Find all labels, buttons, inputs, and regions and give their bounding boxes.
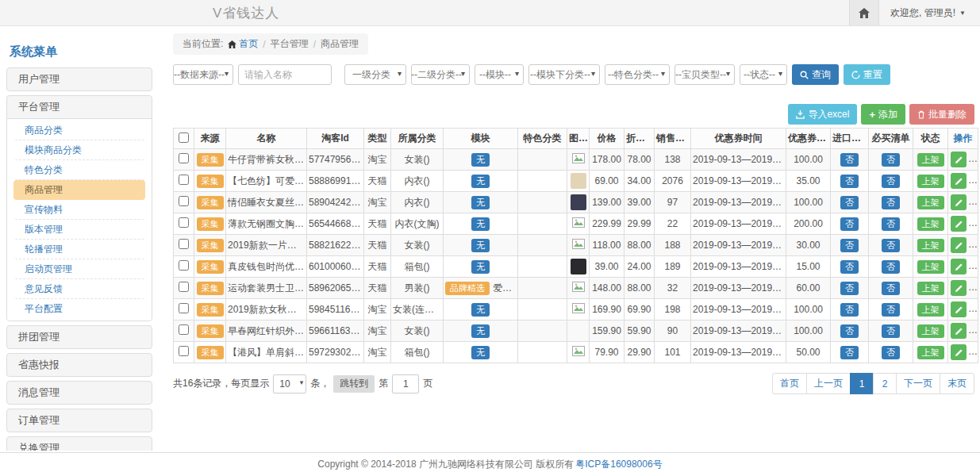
edit-button[interactable] (951, 152, 967, 167)
broken-image-icon (572, 303, 585, 313)
page-nav-button[interactable]: 首页 (772, 373, 807, 394)
import-excel-button[interactable]: 导入excel (788, 104, 857, 125)
row-checkbox[interactable] (179, 346, 189, 356)
imported-badge[interactable]: 否 (840, 175, 859, 188)
search-button[interactable]: 查询 (792, 64, 839, 85)
sidebar-subitem-active[interactable]: 商品管理 (13, 180, 145, 200)
edit-button[interactable] (951, 280, 967, 296)
status-badge[interactable]: 上架 (917, 175, 944, 188)
must-buy-badge[interactable]: 否 (882, 303, 900, 317)
must-buy-badge[interactable]: 否 (882, 324, 900, 338)
sidebar-menu-item[interactable]: 拼团管理 (7, 326, 152, 348)
filter-select[interactable]: --宝贝类型-- (674, 64, 735, 85)
sidebar-subitem[interactable]: 商品分类 (13, 121, 145, 140)
status-badge[interactable]: 上架 (917, 303, 944, 317)
page-number-button[interactable]: 2 (873, 373, 897, 394)
filter-select[interactable]: --特色分类-- (605, 64, 670, 85)
sidebar-subitem[interactable]: 宣传物料 (13, 200, 145, 220)
edit-button[interactable] (951, 237, 967, 253)
imported-badge[interactable]: 否 (840, 153, 859, 167)
filter-select[interactable]: 一级分类 (344, 64, 406, 85)
edit-button[interactable] (951, 194, 967, 210)
sidebar-menu-item[interactable]: 用户管理 (7, 68, 152, 90)
filter-select[interactable]: --模块下分类-- (528, 64, 600, 85)
filter-select[interactable]: --二级分类-- (411, 64, 470, 85)
must-buy-badge[interactable]: 否 (882, 346, 900, 359)
imported-badge[interactable]: 否 (840, 196, 859, 209)
sales-count: 138 (655, 149, 691, 171)
imported-badge[interactable]: 否 (840, 282, 859, 295)
filter-select[interactable]: --状态-- (740, 64, 787, 85)
sidebar-menu-item[interactable]: 订单管理 (7, 409, 152, 432)
name-search-input[interactable] (238, 64, 332, 85)
page-nav-button[interactable]: 末页 (940, 373, 974, 394)
sidebar-menu-item[interactable]: 消息管理 (7, 382, 152, 404)
jump-button[interactable]: 跳转到 (333, 375, 375, 393)
row-checkbox[interactable] (179, 260, 189, 271)
add-button[interactable]: + 添加 (861, 104, 905, 125)
imported-badge[interactable]: 否 (840, 346, 859, 359)
coupon-amount: 35.00 (786, 171, 831, 192)
row-checkbox[interactable] (179, 217, 189, 228)
must-buy-badge[interactable]: 否 (882, 260, 900, 274)
status-badge[interactable]: 上架 (917, 239, 944, 252)
edit-button[interactable] (951, 259, 967, 274)
sidebar-menu-item[interactable]: 平台管理 (7, 96, 152, 118)
sidebar-subitem[interactable]: 特色分类 (13, 160, 145, 180)
data-source-select[interactable]: --数据来源-- (173, 64, 233, 85)
edit-button[interactable] (951, 173, 967, 189)
status-badge[interactable]: 上架 (917, 346, 944, 359)
row-checkbox[interactable] (179, 282, 189, 292)
imported-badge[interactable]: 否 (840, 260, 859, 274)
page-number-button[interactable]: 1 (850, 373, 874, 394)
sidebar-subitem[interactable]: 版本管理 (13, 220, 145, 240)
row-checkbox[interactable] (179, 153, 189, 163)
status-badge[interactable]: 上架 (917, 260, 944, 274)
page-nav-button[interactable]: 下一页 (896, 373, 940, 394)
source-badge: 采集 (197, 153, 224, 167)
status-badge[interactable]: 上架 (917, 217, 944, 231)
edit-button[interactable] (951, 216, 967, 232)
row-checkbox[interactable] (179, 239, 189, 249)
row-checkbox[interactable] (179, 196, 189, 206)
reset-button[interactable]: 重置 (844, 64, 890, 85)
sidebar-menu-item[interactable]: 兑换管理 (7, 437, 152, 451)
imported-badge[interactable]: 否 (840, 239, 859, 252)
sidebar-menu-item[interactable]: 省惠快报 (7, 354, 152, 376)
sidebar-subitem[interactable]: 启动页管理 (13, 259, 145, 279)
sidebar-subitem[interactable]: 平台配置 (13, 299, 145, 319)
must-buy-badge[interactable]: 否 (882, 217, 900, 231)
status-badge[interactable]: 上架 (917, 324, 944, 338)
icp-link[interactable]: 粤ICP备16098006号 (575, 458, 662, 471)
must-buy-badge[interactable]: 否 (882, 196, 900, 209)
filter-select[interactable]: --模块-- (475, 64, 524, 85)
status-badge[interactable]: 上架 (917, 196, 944, 209)
row-checkbox[interactable] (179, 324, 189, 335)
imported-badge[interactable]: 否 (840, 303, 859, 317)
batch-delete-button[interactable]: 批量删除 (909, 104, 974, 125)
sidebar-subitem[interactable]: 意见反馈 (13, 279, 145, 299)
row-checkbox[interactable] (179, 303, 189, 313)
home-button[interactable] (849, 0, 879, 25)
status-badge[interactable]: 上架 (917, 282, 944, 295)
sidebar-subitem[interactable]: 模块商品分类 (13, 140, 145, 160)
must-buy-badge[interactable]: 否 (882, 153, 900, 167)
must-buy-badge[interactable]: 否 (882, 175, 900, 188)
status-badge[interactable]: 上架 (917, 153, 944, 167)
sidebar-subitem[interactable]: 轮播管理 (13, 240, 145, 259)
user-menu[interactable]: 欢迎您, 管理员! ▼ (879, 6, 980, 20)
page-nav-button[interactable]: 上一页 (806, 373, 851, 394)
imported-badge[interactable]: 否 (840, 324, 859, 338)
imported-badge[interactable]: 否 (840, 217, 859, 231)
breadcrumb-home-link[interactable]: 首页 (228, 37, 258, 51)
must-buy-badge[interactable]: 否 (882, 282, 900, 295)
select-all-checkbox[interactable] (179, 132, 189, 143)
jump-page-input[interactable] (392, 374, 419, 393)
edit-button[interactable] (951, 301, 967, 317)
page-size-select[interactable]: 10 (273, 374, 306, 393)
feature-category (518, 278, 567, 299)
row-checkbox[interactable] (179, 175, 189, 185)
edit-button[interactable] (951, 344, 967, 360)
must-buy-badge[interactable]: 否 (882, 239, 900, 252)
edit-button[interactable] (951, 323, 967, 339)
